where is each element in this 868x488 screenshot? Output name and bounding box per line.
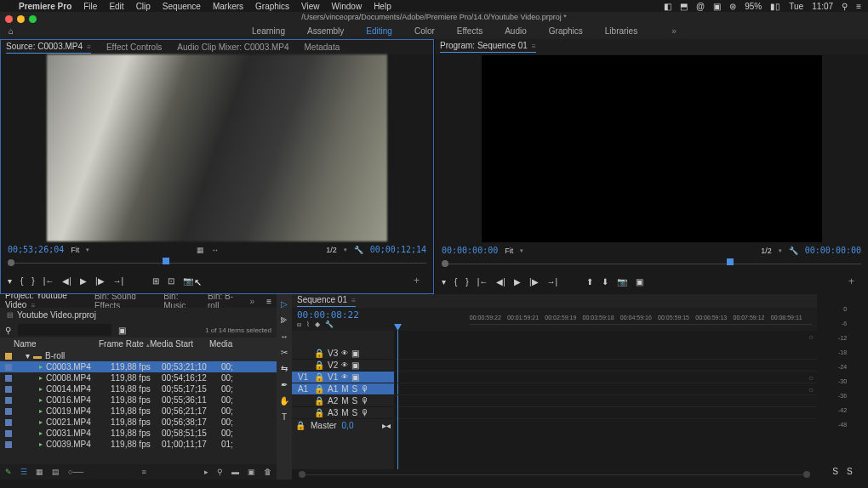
dropbox-icon[interactable]: ⬒ xyxy=(680,2,688,11)
step-fwd-icon[interactable]: |▶ xyxy=(95,276,105,286)
new-item-icon[interactable]: ▣ xyxy=(248,468,255,476)
source-viewer[interactable] xyxy=(1,54,433,241)
source-tc-in[interactable]: 00;53;26;04 xyxy=(8,245,64,254)
marker-icon[interactable]: ▾ xyxy=(442,277,446,287)
play-icon[interactable]: ▶ xyxy=(80,276,87,286)
menu-help[interactable]: Help xyxy=(374,2,391,11)
slip-tool-icon[interactable]: ⇆ xyxy=(281,364,288,373)
tab-metadata[interactable]: Metadata xyxy=(305,43,340,52)
menu-graphics[interactable]: Graphics xyxy=(255,2,289,11)
export-frame-icon[interactable]: 📷 xyxy=(183,276,193,286)
new-bin-icon[interactable]: ▬ xyxy=(231,468,239,476)
clip-row[interactable]: ▸ C0039.MP4119,88 fps01;00;11;1701; xyxy=(0,439,277,450)
ws-learning[interactable]: Learning xyxy=(252,26,285,36)
program-resolution[interactable]: 1/2 xyxy=(761,247,772,255)
track-select-icon[interactable]: ⫸ xyxy=(280,315,288,325)
ripple-tool-icon[interactable]: ↔ xyxy=(280,332,288,341)
link-icon[interactable]: ⌇ xyxy=(306,321,310,329)
overwrite-icon[interactable]: ⊡ xyxy=(168,276,174,286)
goto-in-icon[interactable]: |← xyxy=(477,277,488,287)
settings-icon[interactable]: 🔧 xyxy=(325,321,334,329)
tab-audio-mixer[interactable]: Audio Clip Mixer: C0003.MP4 xyxy=(177,43,288,52)
out-icon[interactable]: } xyxy=(465,277,468,287)
zoom-slider[interactable]: ○── xyxy=(68,468,83,476)
add-button-icon[interactable]: + xyxy=(848,275,861,287)
track-a2[interactable]: 🔒A2MS🎙 xyxy=(292,395,394,407)
menu-view[interactable]: View xyxy=(301,2,320,11)
clip-row[interactable]: ▸ C0008.MP4119,88 fps00;54;16;1200; xyxy=(0,372,277,383)
maximize-button[interactable] xyxy=(29,15,37,23)
bin-icon[interactable]: ▣ xyxy=(118,326,126,335)
tab-sequence[interactable]: Sequence 01 ≡ xyxy=(297,295,356,307)
ws-effects[interactable]: Effects xyxy=(457,26,483,36)
display-icon[interactable]: ▣ xyxy=(713,2,721,11)
clip-row[interactable]: ▸ C0003.MP4119,88 fps00;53;21;1000; xyxy=(0,361,277,372)
app-name[interactable]: Premiere Pro xyxy=(19,2,71,11)
ws-audio[interactable]: Audio xyxy=(505,26,527,36)
status-icon[interactable]: ◧ xyxy=(664,2,671,11)
wrench-icon[interactable]: 🔧 xyxy=(354,246,363,254)
export-frame-icon[interactable]: 📷 xyxy=(617,277,627,287)
hand-tool-icon[interactable]: ✋ xyxy=(279,396,289,406)
col-name[interactable]: Name xyxy=(5,339,99,349)
timeline-scroll[interactable] xyxy=(292,469,817,479)
solo-right[interactable]: S xyxy=(847,467,853,476)
goto-out-icon[interactable]: →| xyxy=(113,276,124,286)
out-icon[interactable]: } xyxy=(31,276,34,286)
at-icon[interactable]: @ xyxy=(696,2,705,11)
menu-sequence[interactable]: Sequence xyxy=(163,2,201,11)
timeline-playhead[interactable] xyxy=(397,331,398,469)
automate-icon[interactable]: ▸ xyxy=(204,468,208,476)
step-back-icon[interactable]: ◀| xyxy=(62,276,71,286)
tabs-overflow[interactable]: » xyxy=(250,297,255,306)
goto-out-icon[interactable]: →| xyxy=(547,277,558,287)
track-v1[interactable]: V1🔒V1👁▣ xyxy=(292,372,394,383)
tab-program[interactable]: Program: Sequence 01 ≡ xyxy=(440,41,536,53)
source-zoom[interactable]: Fit xyxy=(71,246,79,254)
col-framerate[interactable]: Frame Rate ▴ xyxy=(99,339,150,349)
col-mediastart[interactable]: Media Start xyxy=(150,339,209,349)
safe-margins-icon[interactable]: ▦ xyxy=(197,246,204,254)
list-view-icon[interactable]: ☰ xyxy=(20,468,27,476)
new-item-icon[interactable]: ✎ xyxy=(5,468,12,476)
program-scrubber[interactable] xyxy=(442,257,861,270)
track-a3[interactable]: 🔒A3MS🎙 xyxy=(292,407,394,419)
in-icon[interactable]: { xyxy=(454,277,457,287)
marker-icon[interactable]: ▾ xyxy=(8,276,12,286)
settings-icon[interactable]: ↔ xyxy=(211,246,219,254)
menu-file[interactable]: File xyxy=(83,2,97,11)
ws-editing[interactable]: Editing xyxy=(366,26,392,36)
menu-markers[interactable]: Markers xyxy=(213,2,243,11)
menu-window[interactable]: Window xyxy=(332,2,363,11)
track-a1[interactable]: A1🔒A1MS🎙 xyxy=(292,383,394,395)
minimize-button[interactable] xyxy=(17,15,25,23)
home-icon[interactable]: ⌂ xyxy=(9,26,14,36)
sort-icon[interactable]: ≡ xyxy=(141,468,146,476)
ws-color[interactable]: Color xyxy=(414,26,435,36)
program-tc-in[interactable]: 00:00:00:00 xyxy=(442,246,498,255)
selection-tool-icon[interactable]: ▷ xyxy=(281,299,288,309)
find-icon[interactable]: ⚲ xyxy=(217,468,223,476)
insert-icon[interactable]: ⊞ xyxy=(152,276,159,286)
bin-row[interactable]: ▾ ▬ B-roll xyxy=(0,350,277,361)
add-button-icon[interactable]: + xyxy=(414,275,426,287)
ws-graphics[interactable]: Graphics xyxy=(549,26,583,36)
program-viewer[interactable] xyxy=(435,54,868,242)
goto-in-icon[interactable]: |← xyxy=(43,276,54,286)
ws-libraries[interactable]: Libraries xyxy=(605,26,637,36)
step-fwd-icon[interactable]: |▶ xyxy=(529,277,539,287)
pen-tool-icon[interactable]: ✒ xyxy=(281,380,288,389)
search-icon[interactable]: ⚲ xyxy=(842,2,848,11)
delete-icon[interactable]: 🗑 xyxy=(264,468,271,476)
wifi-icon[interactable]: ⊜ xyxy=(729,2,736,11)
menu-edit[interactable]: Edit xyxy=(109,2,123,11)
clip-row[interactable]: ▸ C0014.MP4119,88 fps00;55;17;1500; xyxy=(0,383,277,394)
close-button[interactable] xyxy=(5,15,13,23)
timeline-ruler[interactable]: 00:00:59:2200:01:59:2100:02:59:1900:03:5… xyxy=(470,315,812,325)
track-master[interactable]: 🔒Master0,0▸◂ xyxy=(292,419,394,431)
clip-row[interactable]: ▸ C0021.MP4119,88 fps00;56;38;1700; xyxy=(0,417,277,428)
lift-icon[interactable]: ⬆ xyxy=(586,277,593,287)
extract-icon[interactable]: ⬇ xyxy=(602,277,608,287)
source-resolution[interactable]: 1/2 xyxy=(326,246,337,254)
step-back-icon[interactable]: ◀| xyxy=(496,277,505,287)
